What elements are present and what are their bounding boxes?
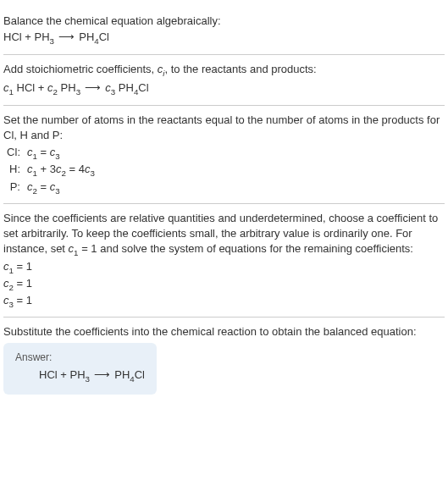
table-row: H: c1 + 3c2 = 4c3 <box>3 162 445 179</box>
ans-ph4-base: PH <box>114 368 130 381</box>
atom-instruction: Set the number of atoms in the reactants… <box>3 113 445 143</box>
ph3-base: PH <box>58 81 76 94</box>
element-label-h: H: <box>3 162 27 179</box>
list-item: c2 = 1 <box>3 276 445 293</box>
solve-text-b: = 1 and solve the system of equations fo… <box>79 242 413 255</box>
reactant-ph3-base: PH <box>35 30 50 43</box>
cl-equation: c1 = c3 <box>27 145 60 162</box>
p-eq: = <box>37 180 50 193</box>
element-label-p: P: <box>3 179 27 196</box>
coeff-text-a: Add stoichiometric coefficients, <box>3 63 158 75</box>
cl-eq: = <box>37 146 50 158</box>
h-equation: c1 + 3c2 = 4c3 <box>27 162 95 179</box>
coeff-arrow: ⟶ <box>80 81 105 94</box>
sol-c3v: = 1 <box>14 294 32 306</box>
product-cl-suffix: Cl <box>99 30 109 43</box>
p-c3s: 3 <box>55 185 59 195</box>
reactant-hcl: HCl <box>3 30 22 43</box>
cl-c3s: 3 <box>55 152 59 161</box>
table-row: P: c2 = c3 <box>3 179 445 196</box>
list-item: c3 = 1 <box>3 293 445 310</box>
reaction-arrow: ⟶ <box>54 30 79 43</box>
coeff-text-b: , to the reactants and products: <box>165 63 317 75</box>
h-c3s: 3 <box>90 168 94 178</box>
ans-cl: Cl <box>135 368 145 381</box>
element-label-cl: Cl: <box>3 145 27 162</box>
table-row: Cl: c1 = c3 <box>3 145 445 162</box>
h-mid: + 3 <box>37 163 56 175</box>
coefficient-solution-list: c1 = 1 c2 = 1 c3 = 1 <box>3 259 445 311</box>
ans-ph3-base: PH <box>70 368 86 381</box>
coeff-equation: c1 HCl + c2 PH3 ⟶ c3 PH4Cl <box>3 80 445 98</box>
plus-sign: + <box>22 30 35 43</box>
p-equation: c2 = c3 <box>27 179 60 196</box>
unbalanced-equation: HCl + PH3 ⟶ PH4Cl <box>3 29 445 47</box>
ans-plus: + <box>58 368 70 381</box>
h-eq: = 4 <box>66 163 85 175</box>
answer-label: Answer: <box>15 351 145 363</box>
ans-hcl: HCl <box>39 368 58 381</box>
section-balance-prompt: Balance the chemical equation algebraica… <box>3 7 445 55</box>
section-solve: Since the coefficients are relative quan… <box>3 204 445 318</box>
list-item: c1 = 1 <box>3 259 445 276</box>
solve-instruction: Since the coefficients are relative quan… <box>3 211 445 259</box>
sol-c1v: = 1 <box>14 260 32 273</box>
section-atom-balance: Set the number of atoms in the reactants… <box>3 106 445 204</box>
section-answer: Substitute the coefficients into the che… <box>3 318 445 400</box>
balance-instruction: Balance the chemical equation algebraica… <box>3 14 445 29</box>
ph4-base: PH <box>115 81 134 94</box>
substitute-instruction: Substitute the coefficients into the che… <box>3 324 445 340</box>
ans-arrow: ⟶ <box>90 368 114 381</box>
atom-balance-table: Cl: c1 = c3 H: c1 + 3c2 = 4c3 P: c2 = c3 <box>3 145 445 196</box>
coeff-instruction: Add stoichiometric coefficients, ci, to … <box>3 62 445 79</box>
hcl-term: HCl + <box>14 81 47 94</box>
sol-c2v: = 1 <box>14 277 32 290</box>
ph4-cl: Cl <box>138 81 148 94</box>
balanced-equation: HCl + PH3 ⟶ PH4Cl <box>15 367 145 385</box>
product-ph4-base: PH <box>79 30 94 43</box>
answer-box: Answer: HCl + PH3 ⟶ PH4Cl <box>3 343 157 394</box>
section-add-coefficients: Add stoichiometric coefficients, ci, to … <box>3 55 445 105</box>
